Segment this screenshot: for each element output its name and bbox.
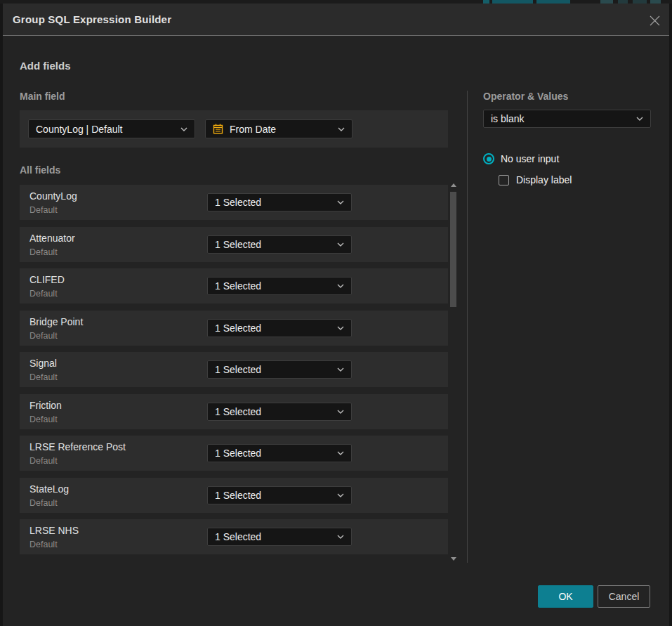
close-button[interactable] xyxy=(645,11,664,30)
chevron-down-icon xyxy=(337,410,344,414)
dropdown-value: is blank xyxy=(491,113,631,124)
field-name: Attenuator xyxy=(29,233,75,244)
display-label-checkbox[interactable]: Display label xyxy=(499,174,572,185)
chevron-down-icon xyxy=(636,117,643,121)
field-sublabel: Default xyxy=(29,331,58,341)
dropdown-value: 1 Selected xyxy=(215,490,331,501)
field-row: Attenuator Default 1 Selected xyxy=(20,227,448,262)
scrollbar-thumb[interactable] xyxy=(450,192,456,307)
field-sublabel: Default xyxy=(29,456,58,466)
panel-divider xyxy=(467,91,468,563)
field-row: Bridge Point Default 1 Selected xyxy=(20,311,448,346)
main-field-layer-dropdown[interactable]: CountyLog | Default xyxy=(28,119,195,138)
field-name: Signal xyxy=(29,358,57,369)
chevron-down-icon xyxy=(180,127,187,131)
field-name: LRSE NHS xyxy=(29,525,79,536)
chevron-down-icon xyxy=(337,200,344,204)
field-name: CountyLog xyxy=(29,190,77,202)
chevron-down-icon xyxy=(337,535,344,539)
calendar-icon xyxy=(213,124,223,134)
close-icon xyxy=(649,15,661,27)
operator-dropdown[interactable]: is blank xyxy=(483,110,651,128)
scrollbar-up-arrow[interactable] xyxy=(451,183,456,187)
field-sublabel: Default xyxy=(29,247,58,257)
field-sublabel: Default xyxy=(29,415,58,424)
chevron-down-icon xyxy=(337,493,344,497)
field-selected-dropdown[interactable]: 1 Selected xyxy=(207,319,352,337)
main-field-label: Main field xyxy=(20,91,65,102)
field-row: Signal Default 1 Selected xyxy=(20,352,448,387)
dropdown-value: 1 Selected xyxy=(215,322,331,334)
field-name: LRSE Reference Post xyxy=(29,441,126,452)
field-row: CLIFED Default 1 Selected xyxy=(20,268,448,304)
cancel-button[interactable]: Cancel xyxy=(598,585,650,608)
chevron-down-icon xyxy=(337,326,344,330)
field-name: Friction xyxy=(29,400,62,411)
field-row: Friction Default 1 Selected xyxy=(20,394,448,429)
main-field-panel: CountyLog | Default From Date xyxy=(20,110,448,148)
chevron-down-icon xyxy=(338,127,345,131)
dropdown-value: 1 Selected xyxy=(215,531,331,542)
field-selected-dropdown[interactable]: 1 Selected xyxy=(207,235,352,254)
radio-selected-icon xyxy=(483,153,494,164)
field-name: CLIFED xyxy=(29,274,65,285)
dropdown-value: 1 Selected xyxy=(215,280,331,292)
scrollbar-down-arrow[interactable] xyxy=(451,557,456,561)
dialog-title: Group SQL Expression Builder xyxy=(3,13,171,25)
field-sublabel: Default xyxy=(29,498,58,508)
dropdown-value: 1 Selected xyxy=(215,239,331,250)
field-row: CountyLog Default 1 Selected xyxy=(20,185,448,220)
dropdown-value: CountyLog | Default xyxy=(36,124,175,135)
field-sublabel: Default xyxy=(29,372,58,382)
group-sql-expression-builder-dialog: Group SQL Expression Builder Add fields … xyxy=(3,4,669,626)
chevron-down-icon xyxy=(337,451,344,455)
dialog-header: Group SQL Expression Builder xyxy=(3,4,669,36)
display-label-text: Display label xyxy=(516,174,572,185)
dropdown-value: From Date xyxy=(230,124,332,135)
field-selected-dropdown[interactable]: 1 Selected xyxy=(207,486,352,504)
main-field-date-dropdown[interactable]: From Date xyxy=(205,119,353,138)
all-fields-list: CountyLog Default 1 Selected Attenuator … xyxy=(20,185,448,561)
dropdown-value: 1 Selected xyxy=(215,448,331,459)
dropdown-value: 1 Selected xyxy=(215,364,331,375)
field-selected-dropdown[interactable]: 1 Selected xyxy=(207,277,352,295)
checkbox-unchecked-icon xyxy=(499,175,509,185)
no-user-input-radio[interactable]: No user input xyxy=(483,153,559,164)
field-selected-dropdown[interactable]: 1 Selected xyxy=(207,193,352,211)
field-selected-dropdown[interactable]: 1 Selected xyxy=(207,444,352,462)
chevron-down-icon xyxy=(337,242,344,247)
add-fields-heading: Add fields xyxy=(20,60,71,72)
operator-values-label: Operator & Values xyxy=(483,91,568,102)
ok-button[interactable]: OK xyxy=(538,585,593,608)
field-row: LRSE Reference Post Default 1 Selected xyxy=(20,436,448,471)
field-selected-dropdown[interactable]: 1 Selected xyxy=(207,360,352,379)
no-user-input-label: No user input xyxy=(501,153,559,164)
field-sublabel: Default xyxy=(29,205,58,215)
field-selected-dropdown[interactable]: 1 Selected xyxy=(207,403,352,421)
dropdown-value: 1 Selected xyxy=(215,406,331,417)
chevron-down-icon xyxy=(337,367,344,372)
field-row: LRSE NHS Default 1 Selected xyxy=(20,519,448,554)
field-name: StateLog xyxy=(29,483,69,495)
all-fields-label: All fields xyxy=(20,164,60,176)
chevron-down-icon xyxy=(337,284,344,288)
dropdown-value: 1 Selected xyxy=(215,197,331,208)
field-row: StateLog Default 1 Selected xyxy=(20,478,448,513)
field-selected-dropdown[interactable]: 1 Selected xyxy=(207,528,352,546)
field-sublabel: Default xyxy=(29,540,58,549)
field-name: Bridge Point xyxy=(29,316,83,327)
field-sublabel: Default xyxy=(29,289,58,299)
